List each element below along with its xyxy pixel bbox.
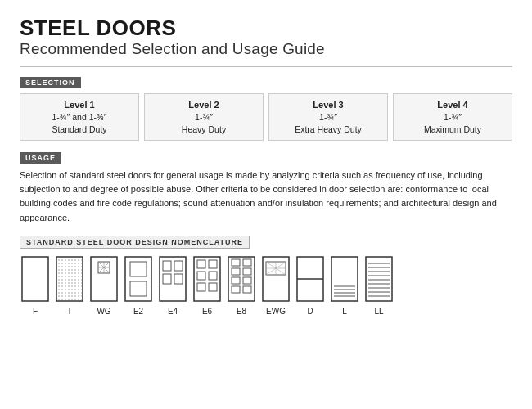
door-E6: E6 <box>192 255 223 316</box>
door-T: T <box>54 255 85 316</box>
svg-rect-16 <box>163 274 171 284</box>
svg-rect-42 <box>331 257 358 301</box>
selection-card-1: Level 1 1-¾″ and 1-⅜″ Standard Duty <box>20 93 139 142</box>
door-T-icon <box>54 255 85 304</box>
door-EWG-icon <box>260 255 291 304</box>
door-L-label: L <box>342 307 347 316</box>
usage-text: Selection of standard steel doors for ge… <box>20 169 512 224</box>
svg-rect-30 <box>232 277 240 284</box>
door-E6-icon <box>192 255 223 304</box>
level-2: Level 2 <box>151 99 256 111</box>
door-E2-label: E2 <box>133 307 143 316</box>
thickness-2: 1-¾″ <box>151 111 256 124</box>
door-EWG: EWG <box>260 255 291 316</box>
duty-2: Heavy Duty <box>151 124 256 136</box>
page-subtitle: Recommended Selection and Usage Guide <box>20 40 512 58</box>
svg-rect-19 <box>197 260 205 268</box>
door-E4-label: E4 <box>168 307 178 316</box>
selection-label: SELECTION <box>20 77 81 88</box>
svg-rect-0 <box>22 257 48 301</box>
selection-card-2: Level 2 1-¾″ Heavy Duty <box>144 93 264 142</box>
door-LL: LL <box>363 255 394 316</box>
door-E6-label: E6 <box>202 307 212 316</box>
door-E4-icon <box>157 255 188 304</box>
door-E8-label: E8 <box>237 307 246 316</box>
svg-rect-29 <box>243 268 251 275</box>
svg-rect-23 <box>197 283 205 291</box>
svg-rect-26 <box>232 259 240 266</box>
door-WG-icon <box>88 255 119 304</box>
door-F-icon <box>20 255 51 304</box>
duty-1: Standard Duty <box>27 124 132 136</box>
thickness-3: 1-¾″ <box>276 111 381 124</box>
svg-rect-25 <box>228 257 255 301</box>
svg-rect-15 <box>174 261 183 271</box>
header-divider <box>20 66 512 67</box>
svg-rect-13 <box>160 257 186 301</box>
svg-rect-24 <box>209 283 217 291</box>
level-1: Level 1 <box>27 99 132 111</box>
door-L: L <box>329 255 360 316</box>
door-D-icon <box>295 255 326 304</box>
svg-rect-11 <box>130 262 147 276</box>
usage-label: USAGE <box>20 152 61 164</box>
selection-grid: Level 1 1-¾″ and 1-⅜″ Standard Duty Leve… <box>20 93 512 142</box>
door-D: D <box>295 255 326 316</box>
door-E2-icon <box>123 255 154 304</box>
level-3: Level 3 <box>276 99 381 111</box>
page-title: STEEL DOORS <box>20 16 512 40</box>
svg-rect-20 <box>209 260 217 268</box>
level-4: Level 4 <box>400 99 505 111</box>
svg-rect-17 <box>174 274 183 284</box>
door-D-label: D <box>307 307 313 316</box>
svg-rect-22 <box>209 272 217 280</box>
selection-card-3: Level 3 1-¾″ Extra Heavy Duty <box>268 93 388 142</box>
svg-rect-31 <box>243 277 251 284</box>
door-E4: E4 <box>157 255 188 316</box>
door-WG: WG <box>88 255 119 316</box>
svg-rect-28 <box>232 268 240 275</box>
door-F: F <box>20 255 51 316</box>
door-EWG-label: EWG <box>266 307 286 316</box>
svg-rect-10 <box>125 257 151 301</box>
svg-rect-18 <box>194 257 220 301</box>
thickness-4: 1-¾″ <box>400 111 505 124</box>
svg-rect-33 <box>243 286 251 293</box>
door-LL-label: LL <box>374 307 383 316</box>
selection-card-4: Level 4 1-¾″ Maximum Duty <box>393 93 512 142</box>
svg-rect-12 <box>130 281 147 296</box>
duty-3: Extra Heavy Duty <box>276 124 381 136</box>
thickness-1: 1-¾″ and 1-⅜″ <box>27 111 132 124</box>
nomenclature-label: STANDARD STEEL DOOR DESIGN NOMENCLATURE <box>20 236 250 249</box>
svg-rect-32 <box>232 286 240 293</box>
door-L-icon <box>329 255 360 304</box>
duty-4: Maximum Duty <box>400 124 505 136</box>
door-LL-icon <box>363 255 394 304</box>
svg-rect-27 <box>243 259 251 266</box>
svg-rect-14 <box>163 261 171 271</box>
svg-rect-21 <box>197 272 205 280</box>
door-T-label: T <box>67 307 72 316</box>
door-F-label: F <box>33 307 38 316</box>
door-E8-icon <box>226 255 257 304</box>
door-E8: E8 <box>226 255 257 316</box>
door-icons-row: F T WG <box>20 255 512 316</box>
door-WG-label: WG <box>97 307 110 316</box>
door-E2: E2 <box>123 255 154 316</box>
svg-rect-3 <box>57 258 82 300</box>
